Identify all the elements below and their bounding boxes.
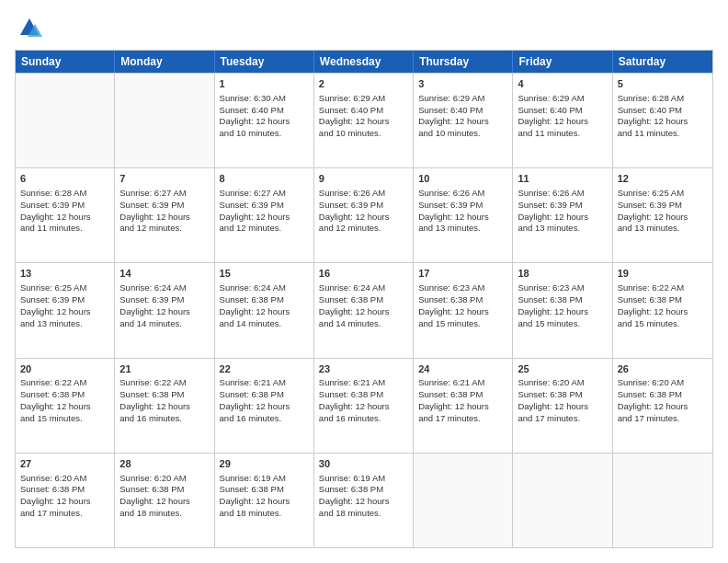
day-cell-27: 27Sunrise: 6:20 AMSunset: 6:38 PMDayligh… [16, 454, 115, 547]
day-number: 23 [319, 362, 408, 376]
day-info-line: and 12 minutes. [119, 223, 209, 235]
day-info-line: and 10 minutes. [220, 128, 309, 140]
day-info-line: Sunset: 6:38 PM [518, 294, 607, 306]
header-day-thursday: Thursday [414, 51, 513, 73]
day-number: 26 [618, 362, 708, 376]
header-day-tuesday: Tuesday [215, 51, 314, 73]
day-cell-18: 18Sunrise: 6:23 AMSunset: 6:38 PMDayligh… [513, 263, 612, 357]
day-info-line: Sunrise: 6:23 AM [518, 282, 607, 294]
day-info-line: Daylight: 12 hours [220, 116, 309, 128]
day-number: 18 [518, 267, 607, 281]
day-info-line: Sunset: 6:39 PM [20, 294, 109, 306]
day-cell-3: 3Sunrise: 6:29 AMSunset: 6:40 PMDaylight… [414, 74, 513, 167]
day-info-line: Sunrise: 6:22 AM [20, 377, 109, 389]
day-info-line: and 14 minutes. [319, 318, 408, 330]
day-cell-7: 7Sunrise: 6:27 AMSunset: 6:39 PMDaylight… [115, 168, 214, 262]
day-info-line: Daylight: 12 hours [319, 212, 408, 224]
day-number: 11 [518, 172, 607, 186]
day-number: 19 [618, 267, 708, 281]
day-number: 4 [518, 77, 607, 91]
day-info-line: Sunset: 6:39 PM [119, 294, 209, 306]
calendar-body: 1Sunrise: 6:30 AMSunset: 6:40 PMDaylight… [16, 73, 712, 547]
header-day-wednesday: Wednesday [314, 51, 414, 73]
day-number: 10 [418, 172, 507, 186]
day-info-line: Daylight: 12 hours [220, 401, 309, 413]
day-number: 15 [220, 267, 309, 281]
day-info-line: Sunset: 6:38 PM [20, 389, 109, 401]
day-info-line: and 15 minutes. [518, 318, 607, 330]
day-info-line: and 16 minutes. [319, 413, 408, 425]
day-number: 8 [220, 172, 309, 186]
day-info-line: Daylight: 12 hours [119, 306, 209, 318]
day-info-line: Daylight: 12 hours [518, 116, 607, 128]
day-cell-11: 11Sunrise: 6:26 AMSunset: 6:39 PMDayligh… [513, 168, 612, 262]
day-info-line: and 14 minutes. [119, 318, 209, 330]
day-number: 6 [20, 172, 109, 186]
day-info-line: and 17 minutes. [518, 413, 607, 425]
day-info-line: and 12 minutes. [220, 223, 309, 235]
calendar-row-1: 6Sunrise: 6:28 AMSunset: 6:39 PMDaylight… [16, 167, 712, 262]
day-cell-29: 29Sunrise: 6:19 AMSunset: 6:38 PMDayligh… [215, 454, 314, 547]
day-info-line: and 13 minutes. [418, 223, 507, 235]
day-number: 5 [618, 77, 708, 91]
day-number: 27 [20, 457, 109, 471]
day-number: 12 [618, 172, 708, 186]
day-info-line: and 11 minutes. [618, 128, 708, 140]
day-info-line: Daylight: 12 hours [119, 212, 209, 224]
day-info-line: Daylight: 12 hours [20, 496, 109, 508]
day-info-line: Sunset: 6:38 PM [220, 389, 309, 401]
logo [15, 15, 42, 40]
day-number: 20 [20, 362, 109, 376]
calendar: SundayMondayTuesdayWednesdayThursdayFrid… [15, 50, 713, 548]
empty-cell-4-5 [513, 454, 612, 547]
day-info-line: Sunset: 6:38 PM [618, 294, 708, 306]
day-cell-30: 30Sunrise: 6:19 AMSunset: 6:38 PMDayligh… [314, 454, 414, 547]
day-number: 13 [20, 267, 109, 281]
day-number: 24 [418, 362, 507, 376]
day-number: 29 [220, 457, 309, 471]
day-info-line: and 14 minutes. [220, 318, 309, 330]
day-info-line: Sunset: 6:40 PM [220, 105, 309, 117]
day-cell-17: 17Sunrise: 6:23 AMSunset: 6:38 PMDayligh… [414, 263, 513, 357]
day-info-line: Sunrise: 6:24 AM [119, 282, 209, 294]
day-info-line: Daylight: 12 hours [618, 306, 708, 318]
day-info-line: Sunrise: 6:24 AM [319, 282, 408, 294]
day-info-line: Daylight: 12 hours [220, 306, 309, 318]
day-info-line: Sunrise: 6:30 AM [220, 93, 309, 105]
day-cell-4: 4Sunrise: 6:29 AMSunset: 6:40 PMDaylight… [513, 74, 612, 167]
day-info-line: and 11 minutes. [518, 128, 607, 140]
day-info-line: Sunrise: 6:26 AM [518, 188, 607, 200]
day-info-line: and 17 minutes. [618, 413, 708, 425]
day-cell-5: 5Sunrise: 6:28 AMSunset: 6:40 PMDaylight… [613, 74, 712, 167]
header-day-saturday: Saturday [613, 51, 712, 73]
day-info-line: Sunset: 6:39 PM [220, 200, 309, 212]
day-number: 3 [418, 77, 507, 91]
day-info-line: Sunset: 6:38 PM [518, 389, 607, 401]
day-info-line: Sunset: 6:38 PM [618, 389, 708, 401]
day-info-line: Daylight: 12 hours [518, 212, 607, 224]
day-info-line: and 10 minutes. [319, 128, 408, 140]
day-info-line: Daylight: 12 hours [20, 212, 109, 224]
day-info-line: Sunset: 6:39 PM [618, 200, 708, 212]
day-info-line: and 13 minutes. [618, 223, 708, 235]
day-info-line: Sunrise: 6:28 AM [618, 93, 708, 105]
day-info-line: and 10 minutes. [418, 128, 507, 140]
day-info-line: Sunrise: 6:19 AM [319, 473, 408, 485]
day-number: 21 [119, 362, 209, 376]
day-info-line: Sunset: 6:40 PM [418, 105, 507, 117]
day-cell-16: 16Sunrise: 6:24 AMSunset: 6:38 PMDayligh… [314, 263, 414, 357]
day-number: 22 [220, 362, 309, 376]
day-info-line: Daylight: 12 hours [319, 116, 408, 128]
day-info-line: Sunrise: 6:26 AM [418, 188, 507, 200]
day-cell-22: 22Sunrise: 6:21 AMSunset: 6:38 PMDayligh… [215, 359, 314, 453]
day-cell-2: 2Sunrise: 6:29 AMSunset: 6:40 PMDaylight… [314, 74, 414, 167]
day-info-line: Sunset: 6:40 PM [518, 105, 607, 117]
day-info-line: Sunset: 6:38 PM [119, 484, 209, 496]
day-info-line: and 11 minutes. [20, 223, 109, 235]
day-info-line: Sunrise: 6:29 AM [518, 93, 607, 105]
calendar-row-4: 27Sunrise: 6:20 AMSunset: 6:38 PMDayligh… [16, 453, 712, 547]
day-cell-15: 15Sunrise: 6:24 AMSunset: 6:38 PMDayligh… [215, 263, 314, 357]
day-info-line: Sunset: 6:40 PM [618, 105, 708, 117]
day-info-line: Daylight: 12 hours [20, 306, 109, 318]
day-info-line: Sunrise: 6:24 AM [220, 282, 309, 294]
